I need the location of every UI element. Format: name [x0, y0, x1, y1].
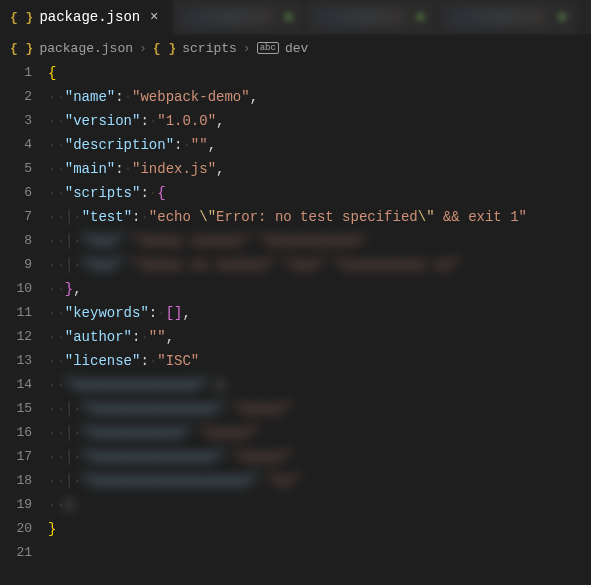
json-file-icon: { }	[10, 41, 33, 56]
tab-blurred-1[interactable]: ●	[173, 0, 305, 34]
breadcrumb-item[interactable]: dev	[285, 41, 308, 56]
tab-blurred-2[interactable]: ●	[305, 0, 437, 34]
chevron-right-icon: ›	[243, 41, 251, 56]
tab-bar: { } package.json × ● ● ●	[0, 0, 591, 35]
breadcrumb-file[interactable]: package.json	[39, 41, 133, 56]
tab-package-json[interactable]: { } package.json ×	[0, 0, 173, 34]
code-content[interactable]: { ··"name":·"webpack-demo", ··"version":…	[48, 61, 591, 585]
code-editor[interactable]: 1 2 3 4 5 6 7 8 9 10 11 12 13 14 15 16 1…	[0, 61, 591, 585]
line-number-gutter: 1 2 3 4 5 6 7 8 9 10 11 12 13 14 15 16 1…	[0, 61, 48, 585]
tab-filename: package.json	[39, 9, 140, 25]
tab-blurred-3[interactable]: ●	[437, 0, 579, 34]
chevron-right-icon: ›	[139, 41, 147, 56]
json-file-icon: { }	[10, 10, 33, 25]
abc-icon: abc	[257, 42, 279, 54]
breadcrumb-section[interactable]: scripts	[182, 41, 237, 56]
close-icon[interactable]: ×	[146, 9, 162, 25]
breadcrumb[interactable]: { } package.json › { } scripts › abc dev	[0, 35, 591, 61]
braces-icon: { }	[153, 41, 176, 56]
